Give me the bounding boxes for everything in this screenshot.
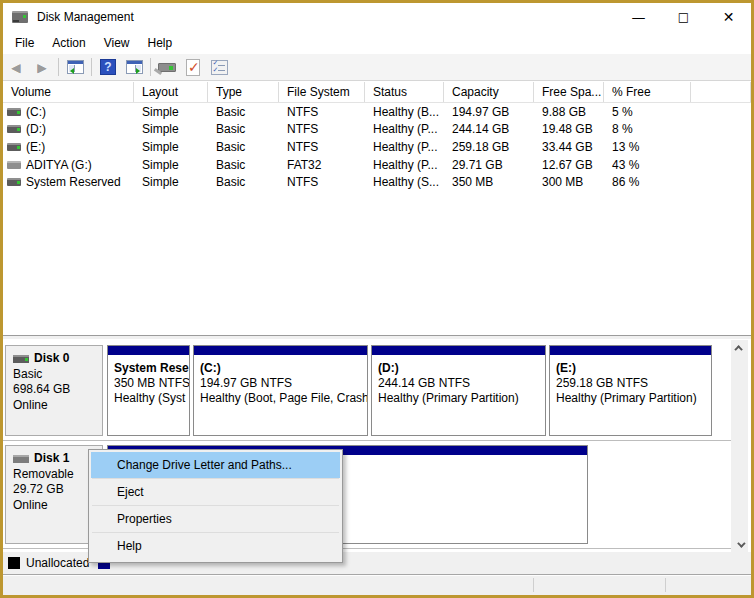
column-header-filesystem[interactable]: File System [279,82,365,102]
cell-status: Healthy (S... [365,175,444,189]
check-mark-icon [186,59,200,76]
cell-free: 19.48 GB [534,122,604,136]
cell-volume: ADITYA (G:) [26,158,92,172]
back-button[interactable]: ◄ [4,56,28,78]
disk-0-label-panel[interactable]: Disk 0 Basic 698.64 GB Online [5,345,103,436]
partition-e[interactable]: (E:) 259.18 GB NTFS Healthy (Primary Par… [549,345,712,436]
chevron-down-icon [737,539,745,547]
partition-status: Healthy (Syst [114,391,189,406]
cell-filesystem: NTFS [279,105,365,119]
partition-status: Healthy (Boot, Page File, Crash [200,391,367,406]
check-button[interactable] [181,56,205,78]
console-tree-icon [67,60,84,74]
console-tree-button[interactable] [63,56,87,78]
status-bar [3,574,751,595]
cell-type: Basic [208,122,279,136]
action-pane-button[interactable] [122,56,146,78]
menu-item-properties[interactable]: Properties [91,506,340,532]
cell-pctfree: 8 % [604,122,691,136]
column-header-capacity[interactable]: Capacity [444,82,534,102]
scroll-down-button[interactable] [731,537,748,552]
action-pane-icon [126,60,143,74]
menu-item-help[interactable]: Help [91,533,340,559]
partition-size: 194.97 GB NTFS [200,376,367,391]
column-header-type[interactable]: Type [208,82,279,102]
disk-state: Online [13,498,95,514]
minimize-button[interactable]: — [616,3,661,31]
toolbar: ◄ ► ? [3,54,751,81]
cell-volume: System Reserved [26,175,121,189]
properties-list-button[interactable] [207,56,231,78]
cell-type: Basic [208,175,279,189]
column-header-freespace[interactable]: Free Spa... [534,82,604,102]
cell-capacity: 350 MB [444,175,534,189]
cell-status: Healthy (P... [365,122,444,136]
cell-filesystem: NTFS [279,175,365,189]
partition-system-reserved[interactable]: System Rese 350 MB NTFS Healthy (Syst [107,345,190,436]
menu-bar: File Action View Help [3,31,751,54]
cell-capacity: 194.97 GB [444,105,534,119]
menu-action[interactable]: Action [43,33,94,53]
title-bar: Disk Management — □ ✕ [3,3,751,31]
help-button[interactable]: ? [96,56,120,78]
cell-capacity: 259.18 GB [444,140,534,154]
toolbar-separator [58,58,59,76]
partition-d[interactable]: (D:) 244.14 GB NTFS Healthy (Primary Par… [371,345,546,436]
column-header-filler [691,82,751,102]
disk-drive-icon [12,11,28,23]
cell-pctfree: 5 % [604,105,691,119]
cell-type: Basic [208,158,279,172]
table-row[interactable]: (E:) Simple Basic NTFS Healthy (P... 259… [3,138,751,156]
cell-layout: Simple [134,175,208,189]
table-row[interactable]: ADITYA (G:) Simple Basic FAT32 Healthy (… [3,156,751,174]
disk-size: 29.72 GB [13,482,95,498]
partition-color-bar [194,346,367,356]
column-header-status[interactable]: Status [365,82,444,102]
cell-capacity: 244.14 GB [444,122,534,136]
table-row[interactable]: (C:) Simple Basic NTFS Healthy (B... 194… [3,103,751,121]
scroll-up-button[interactable] [731,340,748,355]
close-button[interactable]: ✕ [706,3,751,31]
menu-file[interactable]: File [6,33,43,53]
volume-list: Volume Layout Type File System Status Ca… [3,82,751,335]
volume-list-header: Volume Layout Type File System Status Ca… [3,82,751,103]
properties-list-icon [211,60,228,75]
partition-size: 244.14 GB NTFS [378,376,545,391]
disk-name: Disk 1 [34,451,69,467]
cell-volume: (E:) [26,140,45,154]
column-header-pctfree[interactable]: % Free [604,82,691,102]
cell-filesystem: NTFS [279,122,365,136]
forward-button[interactable]: ► [30,56,54,78]
partition-status: Healthy (Primary Partition) [556,391,711,406]
disk-size: 698.64 GB [13,382,95,398]
menu-help[interactable]: Help [139,33,182,53]
drive-popup-icon [158,63,176,72]
unallocated-label: Unallocated [26,556,89,570]
cell-status: Healthy (B... [365,105,444,119]
partition-status: Healthy (Primary Partition) [378,391,545,406]
toolbar-separator [150,58,151,76]
column-header-volume[interactable]: Volume [3,82,134,102]
cell-free: 33.44 GB [534,140,604,154]
table-row[interactable]: (D:) Simple Basic NTFS Healthy (P... 244… [3,121,751,139]
volume-icon [7,125,21,133]
unallocated-swatch [8,557,20,569]
disk-0-partitions: System Rese 350 MB NTFS Healthy (Syst (C… [107,345,712,436]
disk-state: Online [13,398,95,414]
menu-item-eject[interactable]: Eject [91,479,340,505]
menu-item-change-drive-letter[interactable]: Change Drive Letter and Paths... [91,452,340,478]
column-header-layout[interactable]: Layout [134,82,208,102]
drive-popup-button[interactable] [155,56,179,78]
cell-free: 9.88 GB [534,105,604,119]
cell-pctfree: 86 % [604,175,691,189]
vertical-scrollbar[interactable] [731,340,748,552]
statusbar-separator [665,578,666,592]
disk-0-row: Disk 0 Basic 698.64 GB Online System Res… [3,342,731,441]
partition-c[interactable]: (C:) 194.97 GB NTFS Healthy (Boot, Page … [193,345,368,436]
context-menu: Change Drive Letter and Paths... Eject P… [88,449,343,563]
cell-pctfree: 13 % [604,140,691,154]
cell-free: 12.67 GB [534,158,604,172]
menu-view[interactable]: View [95,33,139,53]
maximize-button[interactable]: □ [661,3,706,31]
table-row[interactable]: System Reserved Simple Basic NTFS Health… [3,173,751,191]
